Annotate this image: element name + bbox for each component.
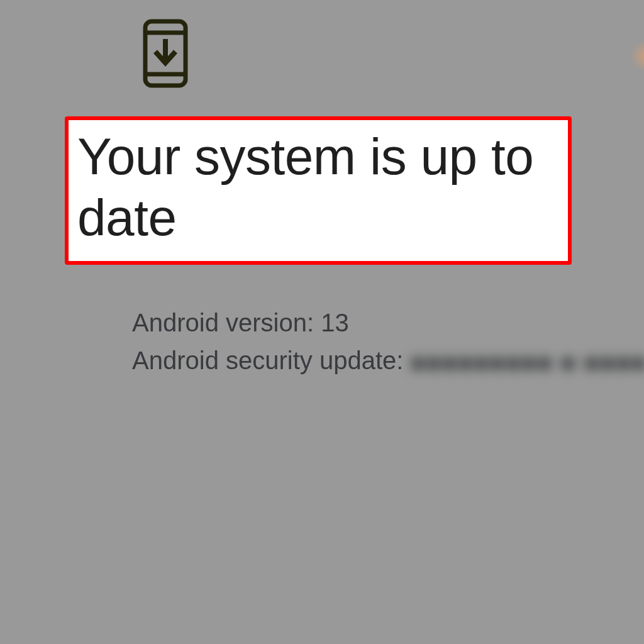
system-update-screen: Android version: 13 Android security upd…	[0, 0, 644, 644]
page-title: Your system is up to date	[77, 126, 559, 248]
android-version-row: Android version: 13	[132, 305, 644, 340]
security-update-value-redacted: ■■■■■■■■■ ■ ■■■■	[410, 345, 644, 380]
security-update-label: Android security update:	[132, 347, 410, 374]
content-area: Android version: 13 Android security upd…	[50, 0, 644, 644]
system-update-icon	[142, 19, 189, 88]
highlight-box: Your system is up to date	[65, 116, 572, 265]
android-version-value: 13	[321, 309, 349, 336]
update-details: Android version: 13 Android security upd…	[132, 305, 644, 382]
security-update-row: Android security update: ■■■■■■■■■ ■ ■■■…	[132, 343, 644, 380]
android-version-label: Android version:	[132, 309, 321, 336]
